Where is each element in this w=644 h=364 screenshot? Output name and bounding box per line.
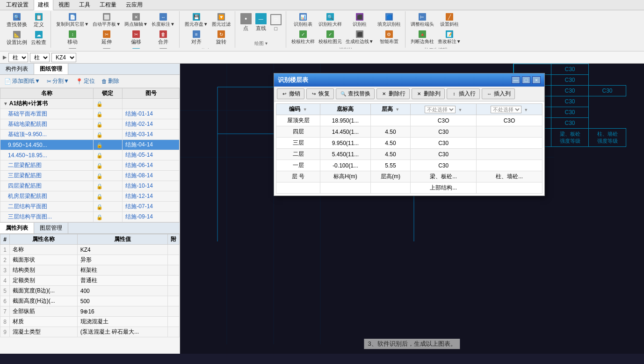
btn-识别柱表[interactable]: 📊 识别柱表	[290, 12, 316, 29]
table-row[interactable]: 14.450~18.95... 🔒 结施-05-14	[0, 150, 180, 160]
table-row[interactable]: 二层梁配筋图 🔒 结施-06-14	[0, 160, 180, 171]
btn-填充识别柱[interactable]: 🟦 填充识别柱	[376, 12, 402, 29]
btn-设置斜柱[interactable]: ╱ 设置斜柱	[436, 12, 463, 29]
btn-查改标注[interactable]: 📝 查改标注▼	[436, 29, 463, 46]
modal-col-opt2[interactable]: 不处选择 ▼	[477, 104, 543, 115]
prop-value[interactable]: 现浇混凝土	[77, 317, 167, 327]
btn-删除[interactable]: 🗑 合并	[150, 29, 176, 46]
btn-矩形[interactable]: □ □	[269, 13, 283, 32]
prop-name: 全部纵筋	[10, 306, 78, 317]
btn-直线[interactable]: — 直线	[254, 12, 268, 33]
btn-分割[interactable]: ✂ 分割▼	[44, 76, 72, 86]
element-name-select[interactable]: KZ4	[51, 53, 76, 62]
modify-group-label: 修改 ▾	[201, 47, 214, 49]
btn-云检查[interactable]: ☁ 云检查	[29, 30, 48, 47]
tab-建模[interactable]: 建模	[34, 0, 53, 10]
btn-偏移[interactable]: ⇉ 修剪	[91, 47, 122, 49]
btn-校核柱图元[interactable]: ✓ 校核柱图元	[317, 29, 343, 46]
prop-value[interactable]: 500	[77, 296, 167, 306]
btn-合并[interactable]: ⊕ 打断	[123, 47, 149, 49]
tab-构件列表[interactable]: 构件列表	[0, 64, 34, 74]
prop-value[interactable]: 框架柱	[77, 265, 167, 276]
btn-图元过滤[interactable]: 🔽 图元过滤	[210, 12, 232, 29]
btn-打断[interactable]: ✂ 偏移	[123, 29, 149, 46]
table-row[interactable]: 三层结构平面图... 🔒 结施-09-14	[0, 212, 180, 222]
btn-旋转[interactable]: ↻ 旋转	[210, 29, 232, 46]
prop-value[interactable]: 异形	[77, 255, 167, 265]
btn-设置比例[interactable]: 📐 设置比例	[5, 30, 29, 47]
table-row[interactable]: 四层梁配筋图 🔒 结施-10-14	[0, 181, 180, 191]
table-row[interactable]: ▼ A1结构+计算书 🔒	[0, 99, 180, 109]
prop-value[interactable]: 普通柱	[77, 276, 167, 286]
btn-查找替换[interactable]: 🔍 查找替换	[5, 12, 29, 29]
merge-icon: ⊕	[132, 48, 140, 49]
btn-生成柱边线[interactable]: ⬛ 生成柱边线▼	[344, 29, 375, 46]
btn-调整柱端头[interactable]: ⊢ 调整柱端头	[409, 12, 435, 29]
prop-row: 9 混凝土类型 (泵送混凝土 碎石最大...	[0, 327, 180, 337]
modal-cell-floorheight: 5.55	[370, 160, 410, 171]
table-row[interactable]: 9.950~14.450... 🔒 结施-04-14	[0, 140, 180, 150]
modal-col-opt1[interactable]: 不处选择 ▼	[411, 104, 477, 115]
prop-value[interactable]: 9⊕16	[77, 306, 167, 317]
modal-btn-insert-row[interactable]: ↕ 插入行	[447, 88, 480, 99]
tab-视图[interactable]: 视图	[54, 0, 74, 10]
table-row[interactable]: 三层梁配筋图 🔒 结施-08-14	[0, 171, 180, 181]
btn-图元存盘[interactable]: 💾 图元存盘▼	[183, 12, 210, 29]
tab-工程设置[interactable]: 工程设置	[2, 0, 33, 10]
tab-图层管理[interactable]: 图层管理	[34, 223, 68, 233]
modal-btn-insert-col[interactable]: ↔ 插入列	[482, 88, 515, 99]
btn-识别柱[interactable]: ⬛ 识别柱	[344, 12, 375, 29]
btn-对齐[interactable]: ≡ 对齐	[183, 29, 210, 46]
prop-value[interactable]: 400	[77, 286, 167, 296]
modal-btn-delete-row[interactable]: ✕ 删除行	[376, 88, 410, 99]
modal-col4-select[interactable]: 不处选择	[425, 106, 456, 113]
btn-两点轴轴[interactable]: ✕ 两点轴轴▼	[123, 12, 149, 29]
btn-分割[interactable]: ÷ 删除	[150, 47, 176, 49]
btn-添加图纸[interactable]: 📄 添加图纸▼	[2, 76, 43, 86]
tab-工程量[interactable]: 工程量	[95, 0, 121, 10]
btn-校核柱大样[interactable]: ✓ 校核柱大样	[290, 29, 316, 46]
modal-btn-delete-col[interactable]: ✕ 删除列	[412, 88, 445, 99]
tab-属性列表[interactable]: 属性列表	[0, 223, 34, 233]
btn-点[interactable]: • 点	[239, 12, 253, 33]
prop-value[interactable]: KZ4	[77, 245, 167, 255]
modal-btn-undo[interactable]: ↩ 撤销	[277, 88, 304, 99]
btn-删除图纸[interactable]: 🗑 删除	[99, 76, 122, 86]
modal-maximize-button[interactable]: □	[522, 76, 530, 84]
modal-cell-col5	[477, 149, 543, 160]
btn-智能布置[interactable]: ⚙ 智能布置	[376, 29, 402, 46]
btn-移动[interactable]: ↕ 移动	[55, 29, 90, 46]
btn-修剪[interactable]: ✂ 延伸	[91, 29, 122, 46]
table-row[interactable]: 二层结构平面图 🔒 结施-07-14	[0, 202, 180, 212]
table-row[interactable]: 机房层梁配筋图 🔒 结施-12-14	[0, 191, 180, 202]
btn-自动平齐板[interactable]: ⬜ 自动平齐板▼	[91, 12, 122, 29]
btn-镜像[interactable]: ⟺ 镜像	[55, 47, 90, 49]
modal-btn-redo[interactable]: ↪ 恢复	[306, 88, 334, 99]
modal-minimize-button[interactable]: —	[512, 76, 520, 84]
btn-还原cad[interactable]: ↩ 还原CAD	[5, 48, 29, 49]
btn-判断边角柱[interactable]: 🔺 判断边角柱	[409, 29, 435, 46]
btn-定位[interactable]: 📍 定位	[73, 76, 97, 86]
tab-云应用[interactable]: 云应用	[122, 0, 147, 10]
props-panel: 属性列表 图层管理 # 属性名称 属性值 附 1	[0, 223, 180, 354]
btn-长度标注[interactable]: ↔ 长度标注▼	[150, 12, 176, 29]
tab-工具[interactable]: 工具	[75, 0, 94, 10]
modal-close-button[interactable]: ×	[532, 76, 541, 84]
btn-识别柱大样[interactable]: 🔍 识别柱大样	[317, 12, 343, 29]
canvas-area[interactable]: C30 4.50 C30 4.50 C30 C30 4.50 C30 4.50	[180, 64, 644, 354]
btn-定义[interactable]: 📋 定义	[29, 12, 48, 29]
modal-toolbar: ↩ 撤销 ↪ 恢复 🔍 查找替换 ✕ 删除行	[274, 87, 544, 102]
table-row[interactable]: 基础平面布置图 🔒 结施-01-14	[0, 109, 180, 119]
element-type-select2[interactable]: 柱	[30, 53, 50, 62]
btn-复制到其它层[interactable]: 📄 复制到其它层▼	[55, 12, 90, 29]
element-type-select1[interactable]: 柱	[8, 53, 28, 62]
table-row[interactable]: 基础地梁配筋图 🔒 结施-02-14	[0, 119, 180, 130]
row-name: 基础平面布置图	[0, 109, 94, 119]
table-row[interactable]: 基础顶~9.950... 🔒 结施-03-14	[0, 130, 180, 140]
modal-col5-select[interactable]: 不处选择	[491, 106, 521, 113]
tab-图纸管理[interactable]: 图纸管理	[34, 64, 68, 74]
auto-align-icon: ⬜	[103, 13, 110, 21]
prop-value[interactable]: (泵送混凝土 碎石最大...	[77, 327, 167, 337]
modal-btn-find-replace[interactable]: 🔍 查找替换	[336, 88, 375, 99]
btn-锁定[interactable]: 🔒 锁定▼	[29, 48, 48, 49]
